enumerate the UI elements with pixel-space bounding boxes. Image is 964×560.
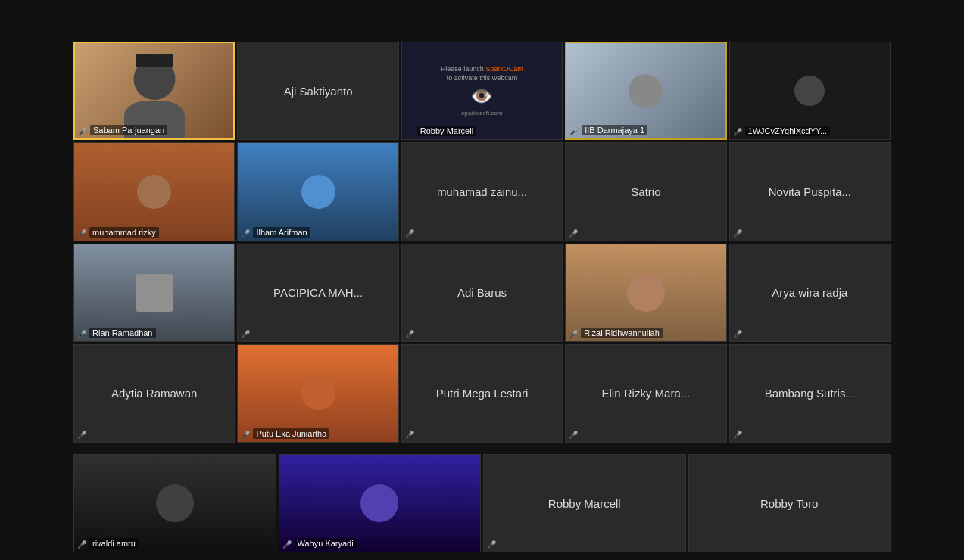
participant-rian: 🎤 Rian Ramadhan [73, 244, 235, 342]
participant-adi-barus: Adi Barus 🎤 [401, 244, 563, 342]
mute-icon: 🎤 [733, 229, 742, 238]
participant-name: Novita Puspita... [769, 185, 851, 198]
participant-name: Robby Marcell [548, 497, 621, 510]
sparkcam-message: Please launch SparkOCamto activate this … [441, 65, 523, 82]
participant-adytia: Adytia Ramawan 🎤 [73, 344, 235, 443]
mute-icon: 🎤 [282, 540, 292, 549]
participant-putri: Putri Mega Lestari 🎤 [401, 344, 563, 443]
participant-name: Robby Toro [760, 497, 818, 510]
participant-name: IIB Darmajaya 1 [582, 125, 647, 135]
mute-icon: 🎤 [77, 229, 86, 238]
participant-name: Rizal Ridhwannullah [581, 328, 663, 338]
participant-arya: Arya wira radja 🎤 [729, 244, 891, 342]
participant-name: Bambang Sutris... [765, 387, 855, 400]
participant-wahyu: 🎤 Wahyu Karyadi [279, 454, 482, 552]
participant-name: Aji Saktiyanto [284, 85, 353, 98]
participant-name: Satrio [631, 185, 660, 198]
participant-iib: 🎤 IIB Darmajaya 1 [565, 42, 726, 140]
participant-name: muhamad zainu... [437, 185, 527, 198]
participant-robby-marcell-1: Please launch SparkOCamto activate this … [401, 42, 563, 140]
participant-name: Putu Eka Juniartha [253, 428, 329, 439]
participant-name: 1WJCvZYqhiXcdYY... [745, 126, 831, 136]
participant-sabam: 🎤 Sabam Parjuangan [73, 42, 235, 140]
participant-name: Putri Mega Lestari [436, 387, 529, 400]
mute-icon: 🎤 [405, 229, 414, 238]
mute-icon: 🎤 [77, 330, 86, 338]
mute-icon: 🎤 [77, 540, 86, 549]
mute-icon: 🎤 [241, 229, 250, 238]
mute-icon: 🎤 [569, 330, 578, 338]
participant-elin: Elin Rizky Mara... 🎤 [565, 344, 726, 443]
participant-name: Elin Rizky Mara... [602, 387, 691, 400]
participant-name: Rian Ramadhan [89, 328, 156, 338]
participant-name: Wahyu Karyadi [295, 538, 357, 549]
mute-icon: 🎤 [569, 229, 578, 238]
mute-icon: 🎤 [569, 127, 579, 135]
participant-name: Adytia Ramawan [111, 387, 197, 400]
mute-icon: 🎤 [487, 540, 496, 549]
participant-rivaldi: 🎤 rivaldi amru [73, 454, 276, 552]
participant-name: PACIPICA MAH... [273, 286, 363, 299]
mute-icon: 🎤 [241, 330, 250, 338]
participant-1wjc: 🎤 1WJCvZYqhiXcdYY... [729, 42, 891, 140]
participant-aji: Aji Saktiyanto [237, 42, 398, 140]
mute-icon: 🎤 [405, 431, 414, 439]
participant-pacipica: PACIPICA MAH... 🎤 [237, 244, 398, 342]
mute-icon: 🎤 [733, 431, 742, 439]
mute-icon: 🎤 [78, 127, 87, 135]
mute-icon: 🎤 [733, 128, 742, 136]
participant-muhamad-zainu: muhamad zainu... 🎤 [401, 142, 563, 241]
participant-name: Robby Marcell [417, 126, 476, 136]
mute-icon: 🎤 [733, 330, 742, 338]
mute-icon: 🎤 [405, 330, 414, 338]
participant-robby-toro: Robby Toro [688, 454, 891, 552]
mute-icon: 🎤 [77, 431, 86, 439]
participant-bambang: Bambang Sutris... 🎤 [729, 344, 891, 443]
participant-name: muhammad rizky [89, 227, 159, 238]
participant-name: Arya wira radja [772, 286, 847, 299]
mute-icon: 🎤 [569, 431, 578, 439]
participant-name: Sabam Parjuangan [90, 125, 167, 135]
participant-satrio: Satrio 🎤 [565, 142, 726, 241]
participant-name: Ilham Arifman [253, 227, 310, 238]
participant-name: rivaldi amru [89, 538, 139, 549]
participant-putu: 🎤 Putu Eka Juniartha [237, 344, 398, 443]
participant-rizal: 🎤 Rizal Ridhwannullah [565, 244, 726, 342]
participant-novita: Novita Puspita... 🎤 [729, 142, 891, 241]
sparkcam-url: sparkosoft.com [441, 110, 523, 117]
participant-name: Adi Barus [457, 286, 507, 299]
participant-ilham: 🎤 Ilham Arifman [237, 142, 398, 241]
participant-robby-marcell-2: Robby Marcell 🎤 [483, 454, 686, 552]
participant-muhammad-rizky: 🎤 muhammad rizky [73, 142, 235, 241]
mute-icon: 🎤 [241, 431, 250, 439]
